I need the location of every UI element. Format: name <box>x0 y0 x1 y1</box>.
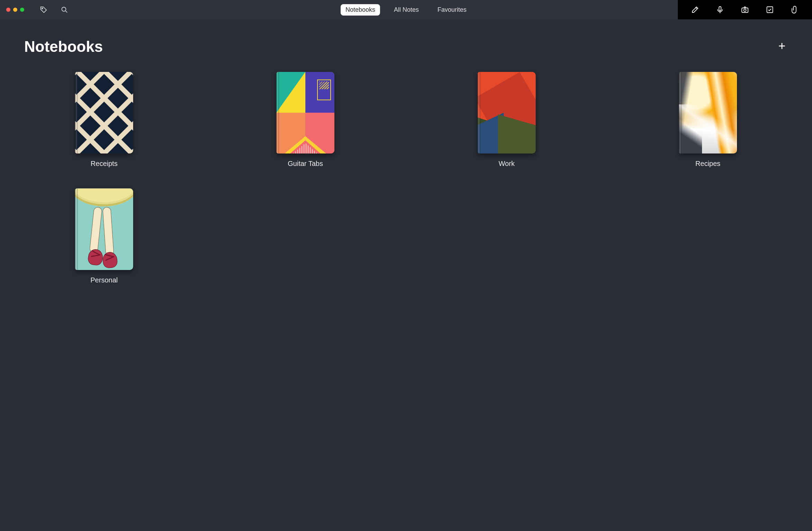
window-close-button[interactable] <box>6 8 10 12</box>
page-title: Notebooks <box>24 38 103 55</box>
tab-all-notes[interactable]: All Notes <box>389 4 424 16</box>
svg-rect-3 <box>719 7 721 11</box>
tab-favourites[interactable]: Favourites <box>433 4 471 16</box>
notebook-cover <box>276 72 334 153</box>
checkbox-icon[interactable] <box>766 6 774 14</box>
notebook-cover <box>679 72 737 153</box>
notebook-label: Guitar Tabs <box>288 160 323 168</box>
notebook-personal[interactable]: Personal <box>24 188 184 284</box>
notebook-receipts[interactable]: Receipts <box>24 72 184 168</box>
notebook-label: Personal <box>91 276 118 284</box>
notebook-cover <box>75 72 133 153</box>
search-icon[interactable] <box>60 6 68 14</box>
notebook-label: Work <box>499 160 515 168</box>
add-notebook-button[interactable] <box>777 41 788 52</box>
window-minimize-button[interactable] <box>13 8 17 12</box>
notebook-recipes[interactable]: Recipes <box>628 72 788 168</box>
notebook-grid: Receipts Guitar Tabs Work Recipes <box>24 72 788 284</box>
camera-icon[interactable] <box>741 6 749 14</box>
notebook-label: Recipes <box>695 160 720 168</box>
view-tabs: Notebooks All Notes Favourites <box>341 4 471 16</box>
titlebar: Notebooks All Notes Favourites <box>0 0 812 19</box>
left-toolbar <box>39 6 68 14</box>
svg-point-6 <box>744 9 746 11</box>
tag-icon[interactable] <box>39 6 48 14</box>
paperclip-icon[interactable] <box>791 6 799 14</box>
notebook-cover <box>478 72 536 153</box>
compose-icon[interactable] <box>691 6 699 14</box>
action-toolbar <box>678 0 812 19</box>
svg-point-0 <box>42 8 43 9</box>
svg-line-2 <box>66 11 67 13</box>
window-controls <box>0 8 24 12</box>
svg-point-1 <box>62 7 66 11</box>
svg-rect-10 <box>75 72 133 153</box>
page-content: Notebooks Receipts <box>0 19 812 531</box>
svg-rect-5 <box>742 8 748 12</box>
notebook-work[interactable]: Work <box>427 72 587 168</box>
notebook-guitar-tabs[interactable]: Guitar Tabs <box>225 72 385 168</box>
notebook-label: Receipts <box>91 160 118 168</box>
microphone-icon[interactable] <box>716 6 724 14</box>
notebook-cover <box>75 188 133 270</box>
svg-rect-7 <box>767 7 773 13</box>
page-header: Notebooks <box>24 38 788 55</box>
tab-notebooks[interactable]: Notebooks <box>341 4 380 16</box>
window-maximize-button[interactable] <box>20 8 24 12</box>
